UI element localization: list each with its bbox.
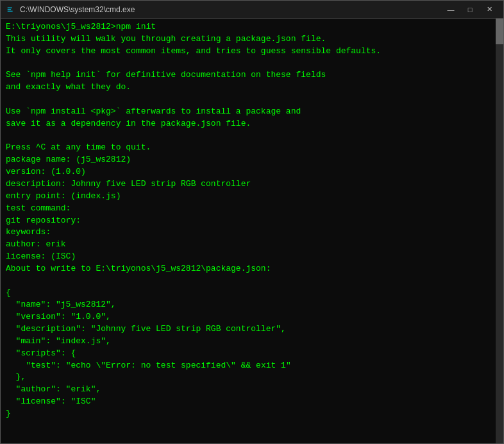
window-controls: — □ ✕ [442, 3, 498, 16]
scrollbar[interactable] [496, 19, 503, 443]
minimize-button[interactable]: — [442, 3, 460, 16]
maximize-button[interactable]: □ [461, 3, 479, 16]
svg-rect-2 [8, 9, 11, 10]
window-title: C:\WINDOWS\system32\cmd.exe [20, 5, 135, 14]
svg-rect-1 [8, 7, 12, 8]
titlebar: C:\WINDOWS\system32\cmd.exe — □ ✕ [1, 1, 503, 19]
terminal-body: E:\triyonos\j5_ws2812>npm init This util… [1, 19, 503, 443]
cmd-window: C:\WINDOWS\system32\cmd.exe — □ ✕ E:\tri… [0, 0, 504, 444]
scrollbar-thumb[interactable] [496, 19, 503, 44]
close-button[interactable]: ✕ [480, 3, 498, 16]
titlebar-left: C:\WINDOWS\system32\cmd.exe [6, 4, 135, 15]
svg-rect-3 [8, 10, 13, 11]
terminal-content: E:\triyonos\j5_ws2812>npm init This util… [6, 21, 498, 443]
cmd-icon [6, 4, 16, 15]
